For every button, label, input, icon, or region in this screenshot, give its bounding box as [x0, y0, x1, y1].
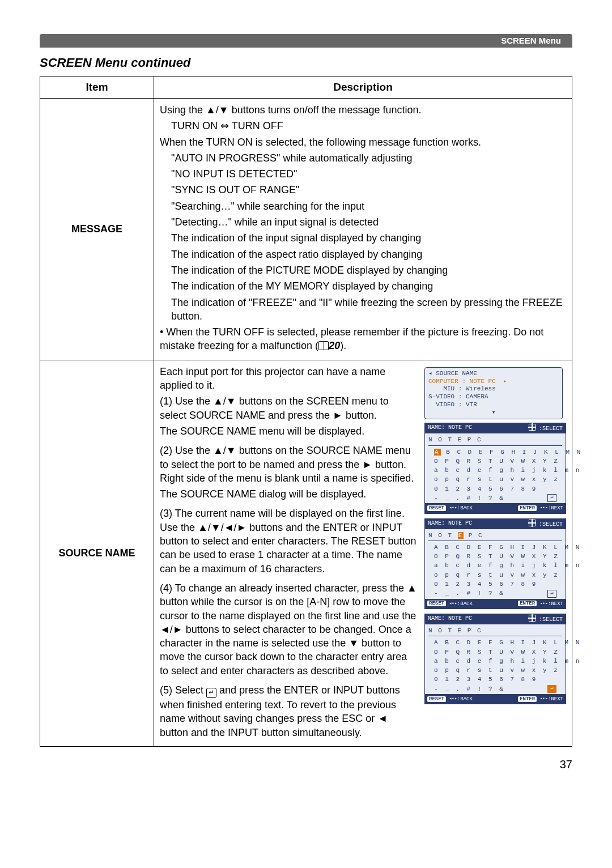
msg-line: When the TURN ON is selected, the follow…	[160, 135, 566, 149]
desc-message: Using the ▲/▼ buttons turns on/off the m…	[154, 99, 572, 360]
select-label: :SELECT	[539, 426, 563, 432]
msg-note-text: • When the TURN OFF is selected, please …	[160, 326, 543, 351]
left-dpad-icon: ◂▪▸	[449, 696, 457, 701]
msg-bullet: "NO INPUT IS DETECTED"	[160, 167, 566, 181]
msg-bullet: The indication of the input signal displ…	[160, 231, 566, 245]
msg-bullet: "SYNC IS OUT OF RANGE"	[160, 183, 566, 197]
next-label: :NEXT	[548, 696, 563, 702]
char-row-AN: A B C D E F G H I J K L M N	[434, 448, 562, 456]
left-dpad-icon: ◂▪▸	[449, 601, 457, 606]
char-row-oz: o p q r s t u v w x y z	[434, 571, 562, 579]
src-step-5a: (5) Select	[160, 684, 206, 696]
osd-current-name-edit: N O T E P C	[428, 531, 562, 541]
header-label: SCREEN Menu	[501, 36, 561, 45]
select-label: :SELECT	[539, 521, 563, 527]
desc-source-name: ◂ SOURCE NAME COMPUTER : NOTE PC ▸ MIU :…	[154, 360, 572, 746]
char-row-OZ: O P Q R S T U V W X Y Z	[434, 457, 562, 465]
osd-current-name: N O T E P C	[428, 627, 562, 636]
char-row-an: a b c d e f g h i j k l m n	[434, 657, 562, 665]
char-row-AN: A B C D E F G H I J K L M N	[434, 639, 562, 646]
msg-note: • When the TURN OFF is selected, please …	[160, 325, 566, 353]
msg-bullet: "Searching…" while searching for the inp…	[160, 199, 566, 213]
char-row-AN: A B C D E F G H I J K L M N	[434, 543, 562, 551]
osd-name-dialog-3: NAME: NOTE PC :SELECT N O T E P C A B C …	[424, 614, 566, 704]
down-arrow-icon: ▾	[428, 409, 559, 417]
char-row-sym: - _ . # ! ? &	[434, 685, 505, 693]
next-label: :NEXT	[548, 505, 563, 511]
enter-key-icon-selected: ↵	[547, 685, 556, 693]
name-cursor-char: E	[458, 532, 464, 539]
back-label: :BACK	[457, 696, 473, 702]
screen-menu-table: Item Description MESSAGE Using the ▲/▼ b…	[40, 76, 572, 747]
char-row-09: 0 1 2 3 4 5 6 7 8 9	[434, 580, 562, 588]
osd-menu-row: MIU : Wireless	[428, 385, 559, 393]
osd-dialog-title: NAME: NOTE PC	[428, 520, 472, 528]
name-pre: N O T	[428, 532, 453, 539]
char-row-oz: o p q r s t u v w x y z	[434, 666, 562, 674]
back-label: :BACK	[457, 601, 473, 606]
osd-graphics: ◂ SOURCE NAME COMPUTER : NOTE PC ▸ MIU :…	[424, 367, 566, 709]
reset-chip: RESET	[427, 601, 446, 606]
msg-bullet: "Detecting…" while an input signal is de…	[160, 215, 566, 229]
dpad-icon	[529, 520, 536, 526]
header-bar: SCREEN Menu	[40, 34, 572, 48]
name-post: P C	[469, 532, 483, 539]
msg-bullet: "AUTO IN PROGRESS" while automatically a…	[160, 151, 566, 165]
char-row-sym: - _ . # ! ? &	[434, 589, 505, 597]
msg-note-tail: ).	[340, 340, 346, 351]
section-title: SCREEN Menu continued	[40, 56, 572, 70]
item-source-name: SOURCE NAME	[40, 360, 154, 746]
page-number: 37	[40, 758, 572, 771]
right-dpad-icon: ◂▪▸	[540, 696, 548, 701]
msg-line: Using the ▲/▼ buttons turns on/off the m…	[160, 103, 566, 117]
msg-bullet: The indication of the MY MEMORY displaye…	[160, 279, 566, 293]
osd-dialog-title: NAME: NOTE PC	[428, 615, 472, 623]
osd-dialog-title: NAME: NOTE PC	[428, 424, 472, 432]
char-row-09: 0 1 2 3 4 5 6 7 8 9	[434, 675, 562, 683]
msg-bullet: The indication of "FREEZE" and "II" whil…	[160, 296, 566, 324]
col-item-header: Item	[40, 76, 154, 99]
left-dpad-icon: ◂▪▸	[449, 505, 457, 510]
col-desc-header: Description	[154, 76, 572, 99]
enter-glyph-icon: ↵	[206, 688, 216, 698]
osd-menu-selected: COMPUTER : NOTE PC ▸	[428, 378, 559, 386]
msg-bullet: The indication of the aspect ratio displ…	[160, 248, 566, 261]
dpad-icon	[529, 424, 536, 431]
enter-chip: ENTER	[518, 601, 537, 606]
enter-chip: ENTER	[518, 505, 537, 511]
enter-key-icon: ↵	[547, 494, 556, 502]
reset-chip: RESET	[427, 696, 446, 702]
osd-menu-row: VIDEO : VTR	[428, 401, 559, 409]
select-label: :SELECT	[539, 616, 563, 623]
char-row-OZ: O P Q R S T U V W X Y Z	[434, 552, 562, 560]
char-row-sym: - _ . # ! ? &	[434, 494, 505, 502]
char-row-09: 0 1 2 3 4 5 6 7 8 9	[434, 485, 562, 493]
enter-chip: ENTER	[518, 696, 537, 702]
char-row-oz: o p q r s t u v w x y z	[434, 475, 562, 483]
char-row-an: a b c d e f g h i j k l m n	[434, 466, 562, 474]
osd-menu-title: ◂ SOURCE NAME	[428, 370, 559, 378]
book-icon	[318, 341, 329, 350]
right-dpad-icon: ◂▪▸	[540, 505, 548, 510]
osd-current-name: N O T E P C	[428, 436, 562, 445]
item-message: MESSAGE	[40, 99, 154, 360]
char-row-an: a b c d e f g h i j k l m n	[434, 561, 562, 569]
osd-name-dialog-2: NAME: NOTE PC :SELECT N O T E P C A B C …	[424, 518, 566, 609]
page-ref: 20	[329, 340, 340, 351]
enter-key-icon: ↵	[547, 590, 556, 598]
osd-source-name-menu: ◂ SOURCE NAME COMPUTER : NOTE PC ▸ MIU :…	[424, 367, 563, 420]
back-label: :BACK	[457, 505, 473, 511]
msg-toggle: TURN ON ⇔ TURN OFF	[160, 119, 566, 133]
reset-chip: RESET	[427, 505, 446, 511]
next-label: :NEXT	[548, 601, 563, 606]
char-row-OZ: O P Q R S T U V W X Y Z	[434, 648, 562, 656]
dpad-icon	[529, 615, 536, 622]
osd-menu-row: S-VIDEO : CAMERA	[428, 393, 559, 401]
osd-name-dialog-1: NAME: NOTE PC :SELECT N O T E P C A B C …	[424, 423, 566, 513]
right-dpad-icon: ◂▪▸	[540, 601, 548, 606]
msg-bullet: The indication of the PICTURE MODE displ…	[160, 263, 566, 277]
